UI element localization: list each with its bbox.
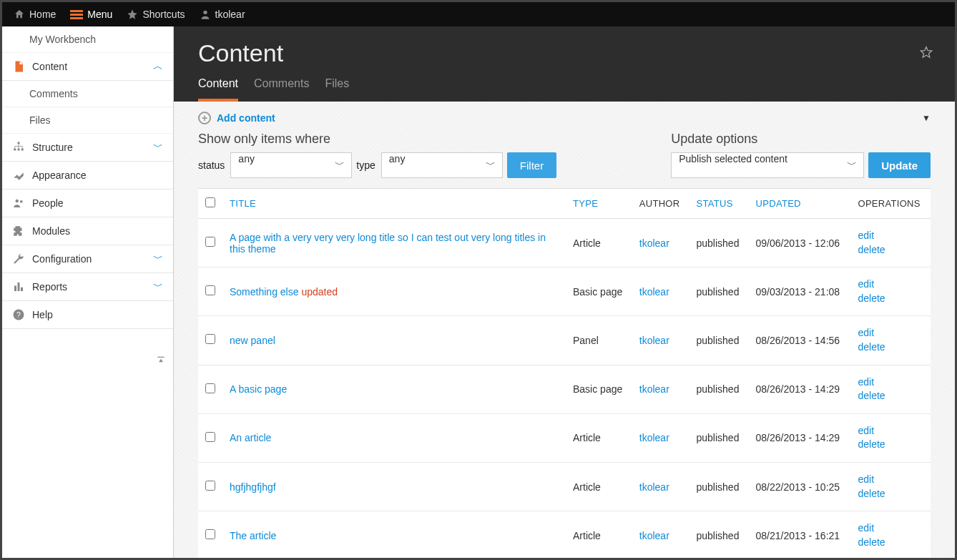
col-status[interactable]: STATUS — [689, 189, 748, 219]
col-title[interactable]: TITLE — [222, 189, 566, 219]
collapse-filters-toggle[interactable]: ▼ — [922, 113, 931, 123]
status-select[interactable]: any ﹀ — [230, 152, 352, 178]
edit-link[interactable]: edit — [858, 229, 923, 243]
row-status: published — [689, 365, 748, 413]
update-action-select[interactable]: Publish selected content ﹀ — [671, 152, 864, 178]
row-checkbox[interactable] — [205, 285, 215, 295]
topbar-menu[interactable]: Menu — [63, 2, 119, 26]
row-updated: 08/21/2013 - 16:21 — [749, 511, 851, 558]
svg-text:?: ? — [16, 310, 21, 319]
row-checkbox[interactable] — [205, 383, 215, 393]
structure-icon — [12, 141, 25, 154]
tab-content[interactable]: Content — [198, 77, 238, 102]
row-author-link[interactable]: tkolear — [639, 481, 669, 493]
edit-link[interactable]: edit — [858, 326, 923, 340]
favorite-toggle[interactable] — [919, 45, 933, 62]
content-area: + Add content ▼ Show only items where st… — [174, 102, 955, 558]
sidebar-item-appearance[interactable]: Appearance — [2, 162, 173, 190]
edit-link[interactable]: edit — [858, 424, 923, 438]
row-type: Basic page — [566, 365, 632, 413]
row-title-link[interactable]: Something else — [230, 286, 299, 298]
row-status: published — [689, 413, 748, 462]
update-button[interactable]: Update — [868, 152, 931, 178]
row-checkbox[interactable] — [205, 481, 215, 491]
row-author-link[interactable]: tkolear — [639, 432, 669, 443]
sidebar-item-configuration[interactable]: Configuration ﹀ — [2, 245, 173, 273]
sidebar-item-comments[interactable]: Comments — [2, 81, 173, 107]
row-status: published — [689, 462, 748, 511]
row-checkbox[interactable] — [205, 432, 215, 442]
add-content-link[interactable]: + Add content — [198, 112, 275, 124]
filter-button[interactable]: Filter — [507, 152, 556, 178]
row-author-link[interactable]: tkolear — [639, 383, 669, 395]
delete-link[interactable]: delete — [858, 243, 923, 257]
table-row: Something else updatedBasic pagetkolearp… — [198, 267, 931, 316]
delete-link[interactable]: delete — [858, 389, 923, 403]
svg-rect-3 — [18, 149, 20, 151]
col-type[interactable]: TYPE — [566, 189, 632, 219]
type-select[interactable]: any ﹀ — [381, 152, 503, 178]
row-title-link[interactable]: A basic page — [230, 383, 287, 395]
topbar-user[interactable]: tkolear — [192, 2, 252, 26]
row-checkbox[interactable] — [205, 529, 215, 539]
row-type: Article — [566, 413, 632, 462]
delete-link[interactable]: delete — [858, 438, 923, 452]
row-author-link[interactable]: tkolear — [639, 530, 669, 541]
topbar-shortcuts[interactable]: Shortcuts — [119, 2, 192, 26]
modules-icon — [12, 225, 25, 237]
col-updated[interactable]: UPDATED — [749, 189, 851, 219]
row-title-link[interactable]: hgfjhgfjhgf — [230, 481, 276, 493]
plus-icon: + — [198, 112, 211, 124]
topbar-home[interactable]: Home — [6, 2, 63, 26]
edit-link[interactable]: edit — [858, 375, 923, 390]
edit-link[interactable]: edit — [858, 473, 923, 487]
svg-rect-9 — [21, 288, 23, 291]
svg-rect-1 — [18, 142, 20, 144]
table-row: A basic pageBasic pagetkolearpublished08… — [198, 365, 931, 413]
row-type: Article — [566, 462, 632, 511]
row-checkbox[interactable] — [205, 334, 215, 344]
sidebar-item-my-workbench[interactable]: My Workbench — [2, 26, 173, 53]
chevron-down-icon: ﹀ — [153, 280, 163, 293]
sidebar-item-modules[interactable]: Modules — [2, 217, 173, 245]
topbar: Home Menu Shortcuts tkolear — [2, 2, 955, 26]
svg-rect-4 — [21, 149, 24, 151]
row-title-link[interactable]: new panel — [230, 335, 275, 346]
row-updated: 09/06/2013 - 12:06 — [749, 219, 851, 267]
sidebar-item-files[interactable]: Files — [2, 107, 173, 134]
help-icon: ? — [12, 308, 25, 321]
row-type: Article — [566, 219, 632, 267]
row-status: published — [689, 267, 748, 316]
row-updated: 09/03/2013 - 21:08 — [749, 267, 851, 316]
delete-link[interactable]: delete — [858, 340, 923, 355]
collapse-sidebar-icon[interactable] — [156, 355, 166, 368]
tab-files[interactable]: Files — [325, 77, 349, 102]
row-title-link[interactable]: A page with a very very very long title … — [230, 232, 546, 255]
table-row: new panelPaneltkolearpublished08/26/2013… — [198, 316, 931, 365]
edit-link[interactable]: edit — [858, 521, 923, 536]
sidebar-item-reports[interactable]: Reports ﹀ — [2, 273, 173, 301]
row-title-link[interactable]: The article — [230, 530, 276, 541]
row-author-link[interactable]: tkolear — [639, 335, 669, 346]
row-status: published — [689, 511, 748, 558]
row-checkbox[interactable] — [205, 237, 215, 247]
home-icon — [14, 9, 25, 20]
row-title-link[interactable]: An article — [230, 432, 271, 443]
topbar-menu-label: Menu — [87, 9, 112, 20]
tabs: Content Comments Files — [198, 77, 931, 102]
edit-link[interactable]: edit — [858, 277, 923, 292]
sidebar-item-people[interactable]: People — [2, 190, 173, 217]
delete-link[interactable]: delete — [858, 292, 923, 306]
tab-comments[interactable]: Comments — [254, 77, 309, 102]
delete-link[interactable]: delete — [858, 487, 923, 501]
select-all-checkbox[interactable] — [205, 197, 215, 207]
sidebar-item-content[interactable]: Content ︿ — [2, 53, 173, 81]
row-author-link[interactable]: tkolear — [639, 286, 669, 298]
delete-link[interactable]: delete — [858, 536, 923, 550]
svg-rect-2 — [14, 149, 16, 151]
row-updated: 08/26/2013 - 14:29 — [749, 413, 851, 462]
sidebar-item-structure[interactable]: Structure ﹀ — [2, 134, 173, 162]
row-author-link[interactable]: tkolear — [639, 237, 669, 249]
reports-icon — [12, 280, 25, 293]
sidebar-item-help[interactable]: ? Help — [2, 301, 173, 329]
